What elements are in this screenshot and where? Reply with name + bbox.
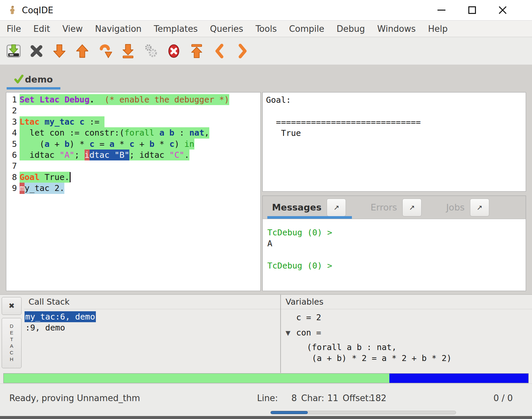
toolbar-go-to-end-button[interactable] [120, 42, 136, 60]
menu-windows[interactable]: Windows [376, 23, 416, 34]
code-segment: my_tac [44, 116, 74, 127]
code-segment: : [174, 127, 189, 138]
message-line: TcDebug (0) > [267, 260, 526, 271]
progress-remaining-segment [389, 374, 528, 383]
arrow-curve-down-icon [98, 43, 113, 59]
toolbar-interrupt-button[interactable] [166, 42, 182, 60]
status-bar: Ready, proving Unnamed_thm Line: 8 Char:… [0, 384, 532, 416]
code-segment: True. [39, 172, 69, 183]
expander-triangle-icon[interactable]: ▼ [286, 328, 291, 338]
code-segment: forall [124, 127, 154, 138]
minimize-button[interactable] [436, 5, 447, 16]
close-button[interactable] [497, 5, 508, 16]
detach-messages-button[interactable]: ↗ [327, 199, 346, 216]
toolbar-forward-one-command-button[interactable] [51, 42, 68, 60]
menu-compile[interactable]: Compile [288, 23, 325, 34]
messages-content[interactable]: TcDebug (0) >ATcDebug (0) > [262, 219, 526, 291]
toolbar-fully-check-document-button[interactable] [143, 42, 159, 60]
code-line[interactable]: 1Set Ltac Debug. (* enable the debugger … [6, 94, 260, 105]
menu-help[interactable]: Help [427, 23, 448, 34]
status-ready-text: Ready, proving Unnamed_thm [9, 393, 140, 403]
code-line[interactable]: 2 [6, 105, 260, 116]
toolbar-next-occurrence-button[interactable] [234, 42, 251, 60]
call-stack-frame[interactable]: my_tac:6, demo [25, 311, 96, 322]
code-segment [75, 116, 80, 127]
maximize-icon [468, 6, 476, 14]
toolbar-go-to-cursor-button[interactable] [97, 42, 113, 60]
maximize-button[interactable] [466, 5, 478, 16]
chevron-left-icon [212, 43, 227, 59]
menu-queries[interactable]: Queries [209, 23, 244, 34]
code-segment: m [20, 183, 25, 194]
code-line[interactable]: 5 (a + b) * c = a * c + b * c) in [6, 139, 260, 150]
code-line[interactable]: 7 [6, 160, 260, 171]
code-segment: "A" [59, 150, 74, 160]
code-line[interactable]: 4 let con := constr:(forall a b : nat, [6, 127, 260, 138]
detach-button[interactable]: DETACH [2, 318, 22, 368]
chevron-right-icon [235, 43, 250, 59]
menu-edit[interactable]: Edit [33, 23, 51, 34]
code-segment: a [159, 127, 164, 138]
code-segment: , [204, 127, 209, 138]
call-stack-frames: my_tac:6, demo:9, demo [24, 309, 280, 333]
debugger-close-button[interactable]: ✖ [2, 297, 22, 315]
code-segment: y_tac 2. [25, 183, 64, 194]
toolbar-previous-occurrence-button[interactable] [211, 42, 228, 60]
tab-errors-label: Errors [370, 202, 397, 212]
tab-errors[interactable]: Errors↗ [369, 196, 423, 219]
tab-demo[interactable]: demo [7, 65, 60, 90]
code-line[interactable]: 3Ltac my_tac c := [6, 116, 260, 127]
code-segment: ; idtac [129, 150, 169, 160]
line-number: 7 [6, 160, 20, 171]
tab-messages[interactable]: Messages↗ [271, 196, 347, 219]
checkmark-icon [14, 74, 24, 84]
active-messages-tab-indicator [267, 216, 352, 219]
code-segment: let con := constr:( [20, 127, 124, 138]
window-controls [436, 5, 524, 16]
right-column: Goal: ============================= True… [262, 92, 526, 291]
toolbar-save-button[interactable] [5, 42, 22, 60]
code-segment: * [114, 139, 129, 150]
detach-errors-button[interactable]: ↗ [402, 199, 422, 216]
code-line[interactable]: 9my_tac 2. [6, 183, 260, 194]
toolbar-restart-button[interactable] [188, 42, 205, 60]
menu-tools[interactable]: Tools [255, 23, 277, 34]
code-segment: ) * [70, 139, 90, 150]
code-segment: := [85, 116, 104, 127]
detach-arrow-icon: ↗ [409, 204, 415, 211]
code-segment: dtac "B" [90, 150, 129, 160]
progress-bar [3, 373, 529, 383]
code-segment: Goal [20, 172, 39, 183]
status-char-value: 11 [321, 393, 338, 403]
code-segment: in [184, 139, 194, 150]
menu-debug[interactable]: Debug [336, 23, 366, 34]
variable-label: (a + b) * 2 = a * 2 + b * 2) [307, 353, 452, 363]
variable-label: (forall a b : nat, [307, 342, 397, 352]
detach-arrow-icon: ↗ [477, 204, 483, 211]
variable-entry: ▼con = [281, 327, 532, 338]
goal-panel[interactable]: Goal: ============================= True [262, 92, 526, 192]
toolbar-close-doc-button[interactable] [28, 42, 45, 60]
slider-thumb[interactable] [271, 411, 308, 414]
detach-jobs-button[interactable]: ↗ [470, 199, 489, 216]
variables-entries: c = 2▼con =(forall a b : nat, (a + b) * … [281, 309, 532, 364]
code-line[interactable]: 6 idtac "A"; idtac "B"; idtac "C". [6, 150, 260, 160]
line-number: 2 [6, 105, 20, 116]
status-line-label: Line: [257, 393, 278, 403]
call-stack-frame[interactable]: :9, demo [25, 322, 66, 333]
menu-templates[interactable]: Templates [153, 23, 198, 34]
variables-panel: Variables c = 2▼con =(forall a b : nat, … [280, 295, 532, 373]
menu-file[interactable]: File [6, 23, 22, 34]
code-line[interactable]: 8Goal True. [6, 172, 260, 183]
menu-navigation[interactable]: Navigation [95, 23, 142, 34]
toolbar-backward-one-command-button[interactable] [74, 42, 91, 60]
pane-splitter[interactable] [262, 192, 526, 196]
script-editor[interactable]: 1Set Ltac Debug. (* enable the debugger … [6, 92, 261, 291]
status-slider[interactable] [270, 411, 456, 414]
code-segment [95, 94, 104, 105]
menu-view[interactable]: View [62, 23, 84, 34]
code-segment: "C" [169, 150, 184, 160]
code-segment: b [149, 139, 154, 150]
tab-jobs[interactable]: Jobs↗ [445, 196, 491, 219]
code-text: Ltac my_tac c := [20, 116, 104, 127]
